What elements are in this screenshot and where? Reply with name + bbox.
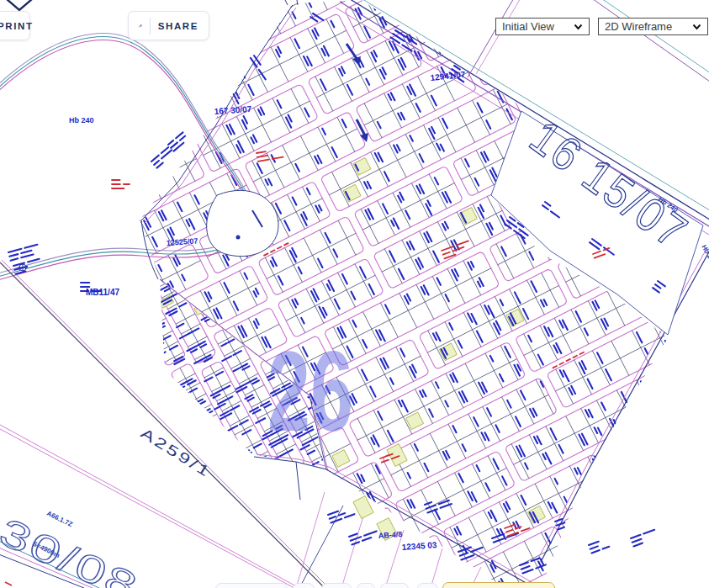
map-label: MB11/47 bbox=[86, 288, 119, 297]
render-mode-select[interactable]: 2D Wireframe bbox=[598, 18, 708, 35]
bottom-toolbar-button[interactable] bbox=[321, 583, 352, 588]
chevron-down-icon bbox=[574, 24, 583, 30]
map-label: AB-4/8 bbox=[378, 530, 402, 540]
bottom-toolbar-button[interactable] bbox=[215, 583, 288, 588]
bottom-toolbar-button[interactable] bbox=[293, 583, 315, 588]
share-arrow-icon bbox=[139, 18, 143, 34]
map-label: 26 bbox=[267, 328, 353, 455]
share-button[interactable]: SHARE bbox=[128, 11, 209, 40]
map-label: Hb 240 bbox=[69, 116, 94, 124]
map-label: 167 30/07 bbox=[214, 104, 252, 116]
map-label: 12345 03 bbox=[401, 540, 437, 552]
view-preset-value: Initial View bbox=[502, 20, 554, 33]
render-mode-value: 2D Wireframe bbox=[605, 20, 672, 33]
map-viewer: 2616 15/0730/08Hb 240167 30/0712941/07MB… bbox=[0, 0, 709, 588]
bottom-toolbar-button-active[interactable] bbox=[442, 582, 555, 588]
chevron-down-icon bbox=[692, 24, 701, 30]
map-canvas[interactable]: 2616 15/0730/08Hb 240167 30/0712941/07MB… bbox=[0, 0, 709, 588]
share-button-label: SHARE bbox=[158, 21, 198, 31]
bottom-toolbar-button[interactable] bbox=[357, 583, 375, 588]
view-preset-select[interactable]: Initial View bbox=[495, 18, 590, 35]
map-label: Hb 240 bbox=[700, 244, 709, 268]
print-button-label: PRINT bbox=[0, 21, 34, 31]
bottom-toolbar-button[interactable] bbox=[380, 583, 409, 588]
chevron-down-fragment-icon bbox=[5, 0, 34, 12]
map-label: A259/1 bbox=[138, 425, 214, 480]
print-button[interactable]: PRINT bbox=[0, 11, 30, 40]
map-label: A66.1.7Z bbox=[45, 510, 74, 529]
bottom-toolbar-button[interactable] bbox=[417, 583, 438, 588]
